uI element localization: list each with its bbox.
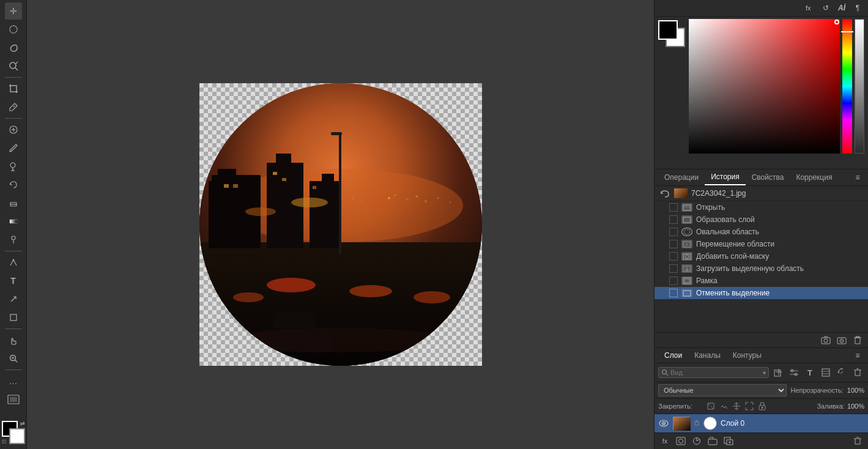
- shape-tool[interactable]: [5, 309, 22, 326]
- history-check-deselect: [669, 289, 678, 297]
- history-item-move-selection[interactable]: ⤢ Перемещение области: [655, 238, 868, 250]
- move-tool[interactable]: ✛: [5, 2, 22, 20]
- eraser-tool[interactable]: [5, 195, 22, 212]
- tab-operations[interactable]: Операции: [658, 170, 705, 185]
- heal-tool[interactable]: [5, 121, 22, 138]
- delete-history-icon[interactable]: [851, 335, 864, 346]
- layer-adjust-icon[interactable]: [787, 366, 801, 379]
- svg-point-12: [12, 236, 15, 240]
- svg-rect-15: [10, 314, 17, 321]
- pen-tool[interactable]: [5, 254, 22, 271]
- lock-icons: [705, 401, 768, 412]
- type-tool[interactable]: T: [5, 272, 22, 289]
- layer-name: Слой 0: [721, 419, 864, 428]
- tab-properties[interactable]: Свойства: [746, 170, 790, 185]
- history-label-make-layer: Образовать слой: [696, 215, 755, 224]
- tab-paths[interactable]: Контуры: [727, 348, 768, 363]
- svg-point-8: [10, 163, 15, 168]
- background-color[interactable]: [9, 428, 25, 444]
- svg-rect-46: [282, 178, 286, 181]
- svg-point-52: [425, 200, 427, 202]
- type-layer-icon[interactable]: T: [803, 366, 817, 379]
- layer-delete-icon[interactable]: [851, 366, 864, 379]
- hand-tool[interactable]: [5, 332, 22, 349]
- snapshot-from-doc-icon[interactable]: [835, 335, 848, 346]
- layer-visibility-toggle[interactable]: [658, 418, 669, 429]
- lock-artboard-icon[interactable]: [744, 401, 755, 412]
- svg-rect-27: [209, 181, 221, 248]
- layer-new-icon[interactable]: [771, 366, 785, 379]
- layer-group-icon[interactable]: [706, 436, 719, 447]
- history-item-deselect[interactable]: Отменить выделение: [655, 287, 868, 299]
- layer-new-btn[interactable]: [722, 436, 735, 447]
- history-item-oval[interactable]: Овальная область: [655, 226, 868, 238]
- brush-tool[interactable]: [5, 139, 22, 157]
- quick-select-tool[interactable]: [5, 58, 22, 75]
- panel-menu-icon[interactable]: ≡: [851, 171, 864, 184]
- blend-mode-select[interactable]: Обычные: [658, 384, 787, 396]
- tab-history[interactable]: История: [705, 169, 746, 185]
- color-field[interactable]: [689, 19, 840, 154]
- history-check-frame: [669, 276, 678, 285]
- lock-position-icon[interactable]: [731, 401, 742, 412]
- alpha-slider[interactable]: [855, 19, 864, 154]
- foreground-swatch[interactable]: [658, 20, 678, 40]
- layers-actions-row: fx: [655, 432, 868, 449]
- layer-row-0[interactable]: Слой 0: [655, 414, 868, 432]
- hue-slider[interactable]: [842, 19, 852, 154]
- history-brush-tool[interactable]: [5, 176, 22, 193]
- svg-point-78: [662, 370, 667, 374]
- svg-point-71: [824, 339, 828, 343]
- layer-mask-add-icon[interactable]: [674, 436, 688, 447]
- svg-rect-106: [708, 439, 717, 445]
- artboard-tool[interactable]: [5, 391, 22, 408]
- dodge-tool[interactable]: [5, 231, 22, 248]
- history-check-make-layer: [669, 215, 678, 224]
- lasso-tool[interactable]: [5, 39, 22, 56]
- eyedropper-tool[interactable]: [5, 98, 22, 116]
- fx-icon[interactable]: fx: [803, 1, 817, 15]
- history-item-open[interactable]: Открыть: [655, 201, 868, 213]
- swap-colors-icon[interactable]: ⇄: [20, 420, 25, 426]
- lock-all-icon[interactable]: [757, 401, 768, 412]
- canvas[interactable]: [199, 83, 482, 366]
- layer-adjustment-icon[interactable]: [690, 436, 703, 447]
- crop-tool[interactable]: [5, 80, 22, 97]
- layer-delete-btn[interactable]: [851, 436, 864, 447]
- svg-rect-30: [310, 181, 340, 248]
- history-item-make-layer[interactable]: Образовать слой: [655, 213, 868, 226]
- layer-frame-icon[interactable]: [819, 366, 833, 379]
- lock-transparent-icon[interactable]: [705, 401, 716, 412]
- ai-icon[interactable]: Aİ: [835, 1, 848, 15]
- history-item-load-selection[interactable]: Загрузить выделенную область: [655, 262, 868, 275]
- history-icon-load-selection: [681, 264, 692, 273]
- path-select-tool[interactable]: [5, 291, 22, 308]
- reset-colors-icon[interactable]: ◰: [2, 439, 7, 444]
- layers-search-input[interactable]: [670, 369, 707, 376]
- layer-fx-icon[interactable]: fx: [658, 436, 672, 447]
- svg-line-4: [13, 106, 15, 107]
- history-back-icon[interactable]: ↺: [819, 1, 833, 15]
- tab-layers[interactable]: Слои: [658, 348, 688, 363]
- history-item-frame[interactable]: Рамка: [655, 275, 868, 287]
- history-check-add-mask: [669, 252, 678, 261]
- gradient-tool[interactable]: [5, 213, 22, 230]
- layer-link-icon[interactable]: [835, 366, 848, 379]
- zoom-tool[interactable]: [5, 350, 22, 367]
- extra-tool[interactable]: …: [5, 373, 22, 390]
- layer-chain-icon[interactable]: [694, 417, 700, 430]
- layers-search-box[interactable]: ▾: [658, 367, 769, 378]
- marquee-tool[interactable]: [5, 21, 22, 38]
- snapshot-new-icon[interactable]: [819, 335, 833, 346]
- svg-rect-58: [683, 205, 691, 210]
- layers-panel-menu[interactable]: ≡: [851, 349, 864, 362]
- image-circle-mask: [199, 83, 482, 366]
- tab-correction[interactable]: Коррекция: [790, 170, 838, 185]
- paragraph-icon[interactable]: ¶: [851, 1, 864, 15]
- separator-4: [5, 328, 22, 329]
- lock-image-icon[interactable]: [718, 401, 729, 412]
- tab-channels[interactable]: Каналы: [688, 348, 727, 363]
- history-item-add-mask[interactable]: Добавить слой-маску: [655, 250, 868, 262]
- svg-point-53: [437, 198, 439, 199]
- clone-tool[interactable]: [5, 158, 22, 175]
